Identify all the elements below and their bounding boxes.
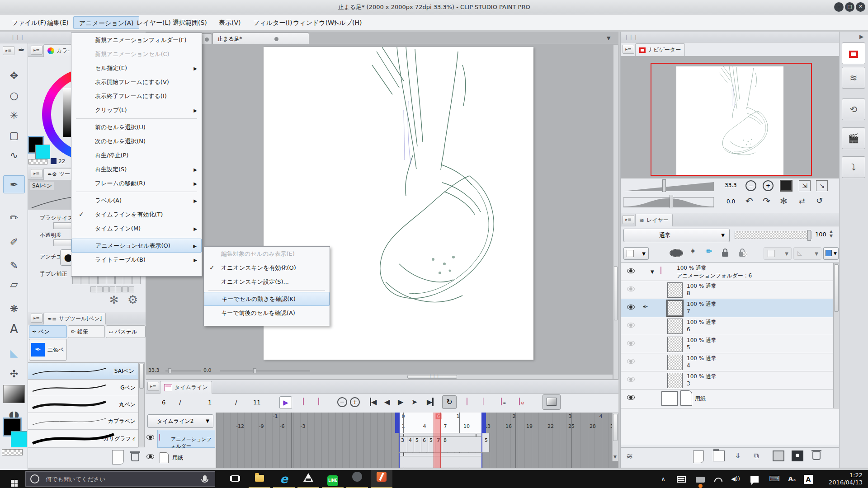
tray-volume-icon[interactable]: ◀)) <box>727 470 744 488</box>
link-cels-icon[interactable]: ∞ <box>501 398 502 405</box>
tray-touch-keyboard-icon[interactable]: ⌨ <box>766 470 783 488</box>
subtool-menu-icon[interactable]: ▸≡ <box>31 314 42 323</box>
draft-layer-icon[interactable]: ✏ <box>706 246 712 256</box>
menu-help[interactable]: ヘルプ(H) <box>327 16 367 29</box>
track-folder-row[interactable]: アニメーションフォルダー <box>157 430 215 448</box>
lock-layer-icon[interactable] <box>722 250 728 258</box>
tool-lasso-icon[interactable]: ○ <box>3 87 25 105</box>
sub-color-swatch[interactable] <box>11 431 27 447</box>
tab-list-chevron-icon[interactable]: ▼ <box>607 35 610 41</box>
subtool-item-marupen[interactable]: 丸ペン <box>28 396 138 413</box>
menu-item-specify-cel[interactable]: セル指定(E)▶ <box>71 61 202 75</box>
play-icon[interactable]: ▶ <box>398 398 403 406</box>
navigator-tab[interactable]: ナビゲーター <box>635 43 685 56</box>
nav-zoom-in-icon[interactable]: + <box>763 180 774 191</box>
menu-item-light-table[interactable]: ライトテーブル(B)▶ <box>71 253 202 267</box>
layer-tab[interactable]: ≋ レイヤー <box>635 214 673 226</box>
layer-panel-mode-icon[interactable]: ≋ <box>626 451 633 461</box>
visibility-eye-icon[interactable] <box>627 268 635 275</box>
new-subtool-icon[interactable] <box>112 450 124 465</box>
layer-row-8[interactable]: 100 % 通常 8 <box>621 281 835 299</box>
menu-item-set-start-frame[interactable]: 表示開始フレームにする(V) <box>71 75 202 89</box>
go-first-frame-icon[interactable]: ◀ <box>370 398 377 406</box>
layer-menu-icon[interactable]: ▸≡ <box>623 215 634 224</box>
transparent-color-swatch[interactable] <box>2 449 23 455</box>
tool-pencil-icon[interactable]: ✏ <box>3 209 25 227</box>
tray-wifi-icon[interactable] <box>711 470 726 488</box>
preset-box[interactable] <box>132 276 141 284</box>
cel-cell[interactable]: 8 <box>442 437 482 452</box>
nav-zoom-slider-handle[interactable] <box>662 179 666 192</box>
enable-mask-button[interactable]: ▼ <box>764 247 792 260</box>
tray-clock[interactable]: 1:22 2016/04/13 <box>820 472 865 486</box>
reset-rotate-icon[interactable]: ✻ <box>780 196 788 206</box>
canvas-zoom-slider-handle[interactable] <box>168 368 171 373</box>
subtool-group-twocolor[interactable]: ✒ 二色ペ <box>29 339 67 361</box>
layer-row-3[interactable]: 100 % 通常 3 <box>621 371 835 389</box>
tool-auto-select-icon[interactable]: ✳ <box>3 107 25 125</box>
subtool-item-saipen[interactable]: SAIペン <box>28 363 138 380</box>
hidden-tab-edge[interactable] <box>201 33 212 44</box>
tray-ime-mode-icon[interactable]: A <box>801 470 816 488</box>
tool-property-tab[interactable]: ✒⚙ ツー <box>43 168 74 180</box>
onion-skin-icon[interactable]: ▶ <box>279 396 292 409</box>
track-folder-visibility[interactable] <box>146 433 154 441</box>
collapse-dock-icon[interactable]: ▶ <box>859 33 863 40</box>
canvas-rotate-slider[interactable] <box>220 371 310 371</box>
new-layer-icon[interactable] <box>693 450 704 463</box>
menu-item-play-settings[interactable]: 再生設定(S)▶ <box>71 162 202 176</box>
tray-chevron-icon[interactable]: ∧ <box>656 470 670 488</box>
menu-item-move-frame[interactable]: フレームの移動(R)▶ <box>71 176 202 190</box>
step-box[interactable] <box>122 286 128 292</box>
nav-whole-view-icon[interactable]: ↘ <box>816 180 828 191</box>
canvas-hscrollbar[interactable]: ❘❘❘ <box>146 374 613 380</box>
menu-item-enable-timeline[interactable]: ✓タイムラインを有効化(T) <box>71 207 202 221</box>
visibility-eye-icon[interactable] <box>627 395 635 401</box>
timeline-tab[interactable]: タイムライン <box>160 381 212 394</box>
nav-fit-screen-icon[interactable]: ⇲ <box>799 180 811 191</box>
onigiri-app-icon[interactable] <box>297 470 319 488</box>
tray-notification-icon[interactable] <box>747 470 762 488</box>
tray-ime-off-icon[interactable]: A✕ <box>785 470 799 488</box>
new-animation-cel-icon[interactable] <box>467 398 467 405</box>
preset-box[interactable] <box>98 276 106 284</box>
tool-pen-icon[interactable]: ✒ <box>3 175 25 193</box>
nav-actual-size-icon[interactable] <box>780 180 793 192</box>
menu-edit[interactable]: 編集(E) <box>42 16 74 29</box>
submenu-item-show-only-editing-cel[interactable]: 編集対象のセルのみ表示(E) <box>204 247 330 261</box>
flip-horizontal-icon[interactable]: ⇄ <box>799 197 805 205</box>
render-preview-icon[interactable] <box>542 394 561 410</box>
rotate-right-icon[interactable]: ↷ <box>763 196 770 206</box>
merge-down-icon[interactable]: ⧉ <box>754 451 759 460</box>
subtool-item-gpen[interactable]: Gペン <box>28 380 138 396</box>
prev-frame-icon[interactable]: ◀ <box>384 398 390 406</box>
gray-app-icon[interactable] <box>346 470 368 488</box>
reset-settings-icon[interactable]: ✻ <box>109 294 118 306</box>
visibility-eye-icon[interactable] <box>627 377 635 383</box>
ruler-range-button[interactable]: ◺ ▼ <box>793 247 821 260</box>
menu-item-timeline[interactable]: タイムライン(M)▶ <box>71 221 202 235</box>
next-frame-icon[interactable]: ➤ <box>411 398 417 406</box>
cortana-search-box[interactable]: 何でも聞いてください <box>25 471 215 487</box>
dock-grip-icon[interactable]: ❘❘❘ <box>11 34 25 40</box>
preset-box[interactable] <box>107 276 115 284</box>
tool-decoration-icon[interactable]: ❋ <box>3 300 25 318</box>
menu-item-select-prev-cel[interactable]: 前のセルを選択(U) <box>71 120 202 134</box>
tool-blend-icon[interactable]: ✣ <box>3 365 25 383</box>
expand-triangle-icon[interactable]: ▼ <box>651 269 654 274</box>
menu-item-play-stop[interactable]: 再生/停止(P) <box>71 148 202 162</box>
tray-app-icon[interactable] <box>693 470 708 488</box>
loop-play-icon[interactable]: ↻ <box>442 395 457 409</box>
reference-layer-icon[interactable]: ✦ <box>689 246 696 256</box>
step-box[interactable] <box>109 286 115 292</box>
menu-item-select-next-cel[interactable]: 次のセルを選択(N) <box>71 134 202 148</box>
cel-cell[interactable]: 6 <box>421 437 428 452</box>
submenu-item-enable-onion-skin[interactable]: ✓オニオンスキンを有効化(O) <box>204 261 330 275</box>
minimize-button[interactable]: – <box>834 2 844 12</box>
transform-strip-icon[interactable]: ⟲ <box>842 99 865 120</box>
palette-color-dropdown[interactable]: ▼ <box>623 247 649 260</box>
tool-operation-icon[interactable]: ✥ <box>3 67 25 85</box>
file-explorer-icon[interactable] <box>249 470 270 488</box>
nav-rotate-slider[interactable] <box>623 197 714 207</box>
menu-item-animation-cel-display[interactable]: アニメーションセル表示(O)▶ <box>71 239 202 253</box>
